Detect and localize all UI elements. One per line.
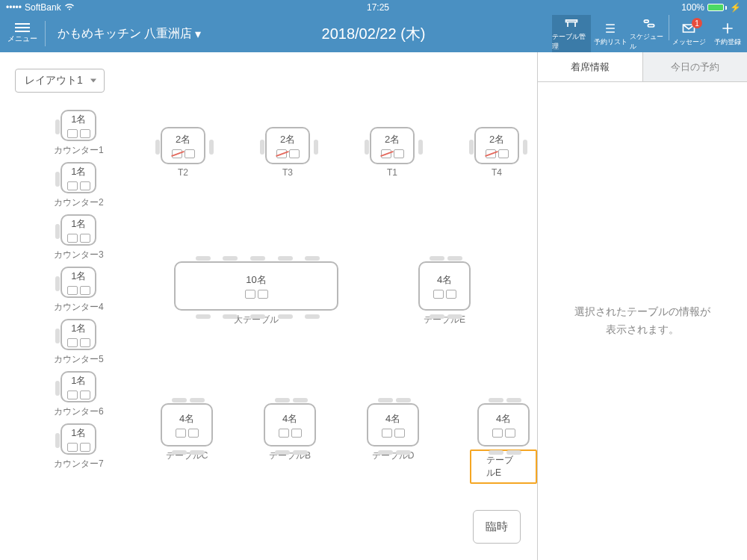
table-capacity: 10名 [246,273,266,287]
counter-table[interactable]: 1名 カウンター5 [54,319,104,366]
table-mini-icon [279,429,289,438]
seat-mini-icon [80,234,90,243]
table-mini-icon [492,429,503,438]
table-label: T1 [387,167,397,178]
table-capacity: 1名 [71,426,86,440]
side-empty-message: 選択されたテーブルの情報が表示されます。 [574,303,710,339]
table-capacity: 1名 [71,113,86,126]
schedule-icon [641,16,657,31]
bottom-table[interactable]: 4名 テーブルD [367,403,419,462]
bottom-table[interactable]: 4名 テーブルB [264,403,316,462]
nav-schedule[interactable]: スケジュール [630,15,669,52]
seat-mini-icon [446,290,456,299]
mid-table[interactable]: 4名 テーブルE [418,261,471,326]
no-smoking-icon [381,149,391,158]
nav-add-reservation[interactable]: 予約登録 [708,15,747,52]
seat-mini-icon [289,149,300,158]
table-label: カウンター6 [54,405,104,418]
table-capacity: 1名 [71,217,86,231]
small-table[interactable]: 2名 T3 [265,127,310,178]
seat-mini-icon [394,149,404,158]
seat-mini-icon [505,429,515,438]
no-smoking-icon [276,149,287,158]
table-capacity: 4名 [437,273,452,287]
store-selector[interactable]: かもめキッチン 八重洲店 ▾ [46,26,213,42]
table-capacity: 1名 [71,374,86,388]
no-smoking-icon [486,149,496,158]
table-mini-icon [245,290,255,299]
nav-reservation-list[interactable]: 予約リスト [591,15,630,52]
counter-table[interactable]: 1名 カウンター4 [54,267,104,314]
counter-table[interactable]: 1名 カウンター7 [54,423,104,470]
nav-label: テーブル管理 [552,32,591,52]
table-capacity: 2名 [176,133,190,146]
store-name: かもめキッチン 八重洲店 [58,26,192,42]
seat-mini-icon [185,149,195,158]
caret-down-icon: ▾ [195,27,201,41]
signal-dots-icon: ••••• [6,2,22,13]
table-label: テーブルE [470,449,537,484]
seat-mini-icon [291,429,302,438]
tab-today-reservations[interactable]: 今日の予約 [642,52,748,82]
tab-seat-info[interactable]: 着席情報 [538,52,642,82]
charging-icon: ⚡ [730,2,741,13]
big-table[interactable]: 10名 大テーブル [174,261,338,326]
table-mini-icon [382,429,392,438]
table-capacity: 1名 [71,322,86,335]
nav-label: スケジュール [630,32,669,52]
svg-rect-0 [644,20,648,22]
table-capacity: 2名 [280,133,295,146]
table-label: カウンター3 [54,249,104,261]
bottom-table[interactable]: 4名 テーブルE [470,403,537,484]
table-label: T2 [178,167,188,178]
table-mini-icon [67,181,78,190]
nav-messages[interactable]: 1 メッセージ [669,15,708,52]
list-icon [602,21,619,36]
table-capacity: 4名 [179,412,194,426]
seat-mini-icon [498,149,509,158]
layout-selector[interactable]: レイアウト1 [15,69,105,93]
table-icon [563,16,580,31]
counter-table[interactable]: 1名 カウンター6 [54,371,104,418]
message-badge: 1 [692,18,702,28]
temporary-button[interactable]: 臨時 [473,510,521,544]
date-title[interactable]: 2018/02/22 (木) [322,24,426,44]
table-label: カウンター4 [54,301,104,314]
floor-plan[interactable]: レイアウト1 臨時 1名 カウンター1 1名 カウンター2 1名 カウンター3 [0,52,538,560]
table-label: T3 [282,167,293,178]
table-capacity: 4名 [385,412,400,426]
table-capacity: 1名 [71,270,86,283]
nav-table-management[interactable]: テーブル管理 [552,15,591,52]
table-mini-icon [67,286,78,295]
table-label: カウンター5 [54,353,104,366]
seat-mini-icon [80,391,90,399]
table-capacity: 4名 [496,412,511,426]
seat-mini-icon [80,129,90,138]
counter-table[interactable]: 1名 カウンター1 [54,110,104,157]
table-mini-icon [67,443,78,452]
small-table[interactable]: 2名 T2 [161,127,205,178]
menu-button[interactable]: メニュー [0,15,45,52]
table-label: カウンター2 [54,196,104,209]
table-mini-icon [67,338,78,347]
seat-mini-icon [258,290,268,299]
small-table[interactable]: 2名 T4 [474,127,519,178]
no-smoking-icon [172,149,182,158]
battery-pct: 100% [681,2,704,13]
svg-rect-1 [648,25,654,27]
small-table[interactable]: 2名 T1 [370,127,415,178]
table-mini-icon [176,429,186,438]
table-mini-icon [67,129,78,138]
counter-table[interactable]: 1名 カウンター2 [54,162,104,209]
status-time: 17:25 [367,2,389,13]
bottom-table[interactable]: 4名 テーブルC [161,403,213,462]
hamburger-icon [15,23,30,32]
nav-label: 予約登録 [714,37,741,47]
seat-mini-icon [80,286,90,295]
counter-table[interactable]: 1名 カウンター3 [54,214,104,261]
battery-icon [707,4,727,11]
nav-label: 予約リスト [594,37,627,47]
menu-label: メニュー [7,34,37,44]
table-capacity: 1名 [71,165,86,178]
status-bar: ••••• SoftBank 17:25 100% ⚡ [0,0,747,15]
